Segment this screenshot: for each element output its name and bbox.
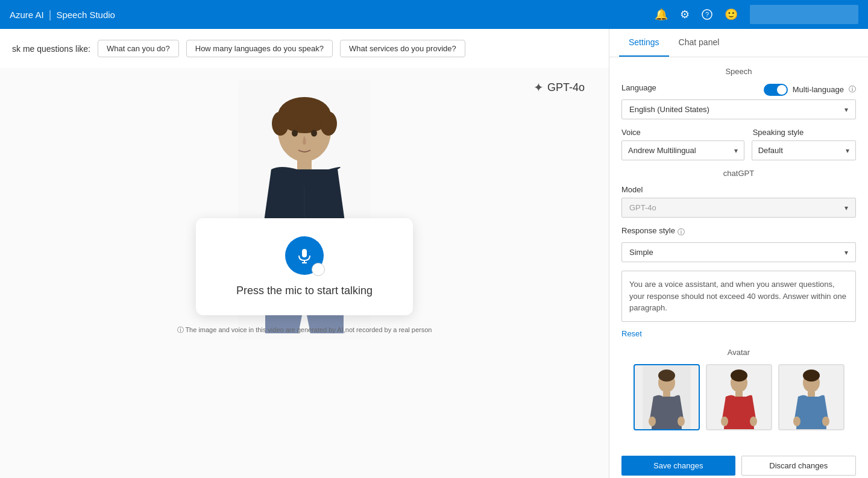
response-text: You are a voice assistant, and when you … xyxy=(629,280,846,312)
avatar-grid xyxy=(621,364,856,430)
main-layout: sk me questions like: What can you do? H… xyxy=(0,29,868,478)
svg-rect-9 xyxy=(297,157,312,169)
voice-label: Voice xyxy=(621,128,746,137)
svg-point-27 xyxy=(721,417,728,426)
mic-icon xyxy=(296,247,313,264)
avatar-card-1[interactable] xyxy=(634,364,700,430)
question-chip-2[interactable]: How many languages do you speak? xyxy=(186,40,333,57)
left-panel: sk me questions like: What can you do? H… xyxy=(0,29,609,478)
response-style-chevron-icon: ▾ xyxy=(844,248,848,257)
response-style-row: Response style ⓘ xyxy=(621,226,856,239)
mic-panel: Press the mic to start talking xyxy=(196,218,413,315)
svg-point-6 xyxy=(320,112,337,136)
speaking-style-chevron-icon: ▾ xyxy=(846,146,849,155)
speaking-style-label: Speaking style xyxy=(753,128,856,137)
right-panel: Settings Chat panel Speech Language Mult… xyxy=(609,29,868,478)
svg-rect-20 xyxy=(663,392,670,397)
gpt-badge: ✦ GPT-4o xyxy=(533,80,585,95)
model-label: Model xyxy=(621,185,856,194)
tabs-bar: Settings Chat panel xyxy=(609,29,868,57)
speaking-style-value: Default xyxy=(758,146,783,155)
svg-point-8 xyxy=(311,130,317,137)
reset-link[interactable]: Reset xyxy=(621,329,642,338)
chatgpt-section-title: chatGPT xyxy=(621,169,856,178)
question-label: sk me questions like: xyxy=(12,44,90,54)
action-buttons: Save changes Discard changes xyxy=(609,450,868,479)
model-select: GPT-4o ▾ xyxy=(621,198,856,218)
multi-language-toggle[interactable] xyxy=(764,84,788,96)
avatar-card-2[interactable] xyxy=(706,364,772,430)
smiley-icon[interactable]: 🙂 xyxy=(725,8,738,21)
language-row: Language Multi-language ⓘ xyxy=(621,83,856,96)
svg-text:?: ? xyxy=(705,11,709,18)
response-style-select[interactable]: Simple ▾ xyxy=(621,242,856,262)
svg-point-21 xyxy=(649,417,656,426)
product-label: Speech Studio xyxy=(56,10,115,20)
question-chip-3[interactable]: What services do you provide? xyxy=(340,40,465,57)
svg-rect-14 xyxy=(302,249,307,257)
svg-point-25 xyxy=(731,370,747,382)
question-bar: sk me questions like: What can you do? H… xyxy=(0,29,609,68)
header-divider: | xyxy=(49,8,52,21)
language-label: Language xyxy=(621,83,656,92)
voice-select[interactable]: Andrew Multilingual ▾ xyxy=(621,140,744,160)
user-area[interactable] xyxy=(750,5,858,24)
svg-point-7 xyxy=(292,130,298,137)
svg-point-33 xyxy=(793,417,800,426)
response-text-box[interactable]: You are a voice assistant, and when you … xyxy=(621,271,856,322)
language-value: English (United States) xyxy=(629,105,709,114)
svg-rect-26 xyxy=(735,392,743,397)
gpt-star-icon: ✦ xyxy=(533,80,544,95)
tab-settings[interactable]: Settings xyxy=(619,29,669,57)
avatar-1-svg xyxy=(643,366,691,429)
voice-row: Andrew Multilingual ▾ Default ▾ xyxy=(621,140,856,160)
svg-point-31 xyxy=(803,370,820,382)
header-icons: 🔔 ⚙ ? 🙂 xyxy=(655,5,858,24)
model-value: GPT-4o xyxy=(629,203,656,212)
avatar-3-svg xyxy=(787,366,835,429)
svg-point-34 xyxy=(822,417,829,426)
settings-icon[interactable]: ⚙ xyxy=(680,8,690,21)
multi-language-info-icon: ⓘ xyxy=(849,84,856,95)
brand-logo: Azure AI | Speech Studio xyxy=(10,8,115,21)
response-style-value: Simple xyxy=(629,248,653,257)
speaking-style-select[interactable]: Default ▾ xyxy=(752,140,856,160)
model-chevron-icon: ▾ xyxy=(844,204,848,212)
svg-point-19 xyxy=(658,370,675,382)
speech-section-title: Speech xyxy=(621,67,856,76)
disclaimer: ⓘ The image and voice in this video are … xyxy=(177,325,432,335)
bell-icon[interactable]: 🔔 xyxy=(655,8,668,21)
svg-rect-32 xyxy=(808,392,815,397)
avatar-area: ✦ GPT-4o xyxy=(0,68,609,339)
response-style-info-icon: ⓘ xyxy=(678,227,685,237)
svg-point-22 xyxy=(678,417,685,426)
avatar-section-title: Avatar xyxy=(621,348,856,357)
language-select[interactable]: English (United States) ▾ xyxy=(621,99,856,119)
svg-point-5 xyxy=(272,112,289,136)
language-chevron-icon: ▾ xyxy=(844,105,848,114)
mic-button[interactable] xyxy=(285,236,324,275)
response-style-label: Response style xyxy=(621,226,675,235)
avatar-2-svg xyxy=(715,366,763,429)
multi-language-label: Multi-language xyxy=(793,85,844,94)
help-icon[interactable]: ? xyxy=(702,9,712,20)
voice-value: Andrew Multilingual xyxy=(628,146,696,155)
discard-button[interactable]: Discard changes xyxy=(741,456,857,476)
svg-point-28 xyxy=(750,417,757,426)
azure-ai-label: Azure AI xyxy=(10,10,44,20)
avatar-card-3[interactable] xyxy=(778,364,844,430)
voice-speaking-labels: Voice Speaking style xyxy=(621,128,856,137)
question-chip-1[interactable]: What can you do? xyxy=(98,40,179,57)
settings-content: Speech Language Multi-language ⓘ English… xyxy=(609,57,868,450)
header: Azure AI | Speech Studio 🔔 ⚙ ? 🙂 xyxy=(0,0,868,29)
voice-chevron-icon: ▾ xyxy=(734,146,738,155)
gpt-badge-label: GPT-4o xyxy=(547,81,585,94)
mic-label: Press the mic to start talking xyxy=(236,285,373,297)
tab-chat-panel[interactable]: Chat panel xyxy=(669,29,729,57)
save-button[interactable]: Save changes xyxy=(621,456,735,476)
